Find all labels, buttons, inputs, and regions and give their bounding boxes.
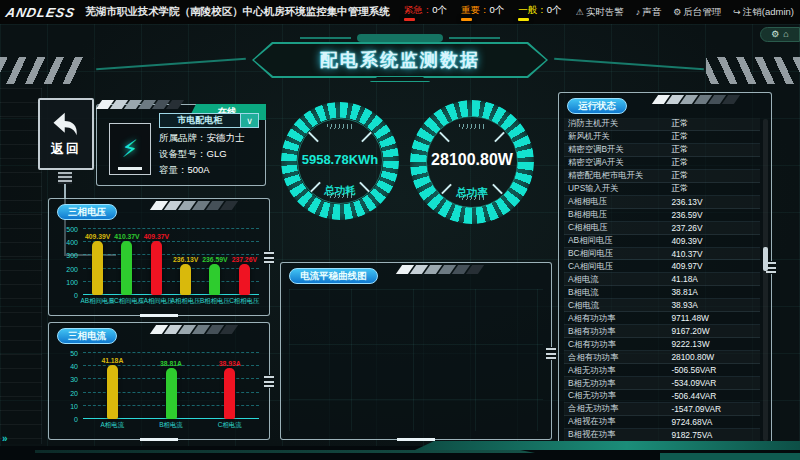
alarm-indicator[interactable]: 紧急：0个 [404,4,447,21]
attribute-value: 500A [188,164,210,175]
row-label: BC相间电压 [568,248,671,259]
panel-bottom-tick [397,438,435,441]
menu-item-label: 声音 [642,6,661,19]
status-scrollbar[interactable] [763,119,768,441]
table-row: C相相电压237.26V [564,222,760,235]
device-info-panel: 在线 ⚡ 市电配电柜 ∨ 所属品牌：安德力士设备型号：GLG容量：500A [96,104,266,186]
bar[interactable] [239,264,250,295]
table-row: C相无功功率-506.44VAR [564,390,760,403]
bar[interactable] [166,368,177,419]
y-tick-label: 30 [70,376,78,383]
row-value: -1547.09VAR [671,404,756,414]
bar[interactable] [107,365,118,419]
y-axis: 0100200300400500 [59,229,81,295]
row-label: B相视在功率 [568,429,671,440]
alarm-text: 重要：0个 [461,4,504,15]
row-label: CA相间电压 [568,261,671,272]
gear-icon[interactable]: ⚙ [771,30,779,39]
table-row: A相相电压236.13V [564,196,760,209]
row-label: C相电流 [568,300,671,311]
alarm-text: 一般：0个 [518,4,561,15]
footer-stripe-2 [415,441,800,450]
table-row: C相电流38.93A [564,299,760,312]
row-label: AB相间电压 [568,235,671,246]
y-tick-label: 40 [70,363,78,370]
bar-group: 236.13VA相相电压 [171,229,200,295]
row-value: 正常 [671,118,756,129]
connector-plug [58,172,72,184]
back-button[interactable]: 返回 [38,98,94,170]
row-value: 409.97V [671,261,756,271]
menu-item-注销(admin)[interactable]: ↪注销(admin) [733,6,794,19]
row-value: -506.56VAR [671,365,756,375]
bar-value-label: 38.81A [160,360,182,367]
header-segments [153,201,235,210]
page-title: 配电系统监测数据 [320,48,480,72]
table-row: AB相间电压409.39V [564,235,760,248]
menu-item-label: 注销(admin) [743,6,794,19]
table-row: A相电流41.18A [564,273,760,286]
panel-grip [546,347,556,360]
alarm-label: 重要： [461,4,490,15]
current-chart-panel: 三相电流 0102030405041.18AA相电流38.81AB相电流38.9… [48,322,270,440]
bar[interactable] [224,368,235,419]
chevron-down-icon[interactable]: ∨ [241,113,259,128]
footer-stripe-1 [35,450,535,453]
table-row: 精密空调B开关正常 [564,144,760,157]
row-label: 合相有功功率 [568,352,671,363]
total-energy-label: 总功耗 [281,184,399,198]
menu-item-实时告警[interactable]: ⚠实时告警 [576,6,624,19]
row-label: C相无功功率 [568,390,671,401]
total-power-value: 28100.80W [410,151,534,169]
menu-item-后台管理[interactable]: ⚙后台管理 [673,6,721,19]
bar-category-label: A相相电压 [171,297,201,306]
menu-item-声音[interactable]: ♪声音 [636,6,662,19]
bar[interactable] [92,241,103,295]
cabinet-selector[interactable]: 市电配电柜 ∨ [159,113,259,128]
home-icon[interactable]: ⌂ [783,30,788,39]
bar[interactable] [180,264,191,295]
total-power-label: 总功率 [410,186,534,200]
bar-category-label: A相电流 [101,421,124,430]
row-value: 9711.48W [671,313,756,323]
bar-value-label: 41.18A [101,357,123,364]
quick-toolbar[interactable]: ⚙⌂ [760,27,800,42]
table-row: B相视在功率9182.75VA [564,429,760,442]
menu-item-label: 后台管理 [683,6,721,19]
row-label: A相电流 [568,274,671,285]
header-segments [655,95,737,104]
status-panel-title: 运行状态 [567,98,627,114]
panel-bottom-tick [140,438,178,441]
table-row: C相有功功率9222.13W [564,338,760,351]
status-scrollbar-thumb[interactable] [763,247,768,271]
panel-grip [264,375,274,388]
alarm-indicator[interactable]: 重要：0个 [461,4,504,21]
menu-item-label: 实时告警 [586,6,624,19]
y-tick-label: 10 [70,402,78,409]
row-label: B相电流 [568,287,671,298]
curve-panel: 电流平稳曲线图 [280,262,552,440]
bar-group: 38.93AC相电流 [200,353,259,419]
alarm-underline [461,18,472,21]
bar-category-label: B相电流 [159,421,182,430]
alarm-indicators: 紧急：0个重要：0个一般：0个 [404,4,562,21]
row-value: 28100.80W [671,352,756,362]
attribute-value: 安德力士 [207,132,245,143]
alarm-underline [404,18,415,21]
bar-value-label: 236.13V [173,256,198,263]
table-row: B相无功功率-534.09VAR [564,377,760,390]
bar-category-label: B相相电压 [200,297,230,306]
bar[interactable] [209,264,220,295]
status-panel: 运行状态 消防主机开关正常新风机开关正常精密空调B开关正常精密空调A开关正常精密… [558,92,772,448]
bell-icon: ⚠ [576,7,584,17]
y-tick-label: 200 [66,265,78,272]
bar[interactable] [121,241,132,295]
table-row: A相无功功率-506.56VAR [564,364,760,377]
y-tick-label: 300 [66,252,78,259]
current-panel-title: 三相电流 [57,328,117,344]
header-segments [153,325,235,334]
bar[interactable] [151,241,162,295]
y-axis: 01020304050 [59,353,81,419]
alarm-indicator[interactable]: 一般：0个 [518,4,561,21]
alarm-count: 0个 [547,4,562,15]
